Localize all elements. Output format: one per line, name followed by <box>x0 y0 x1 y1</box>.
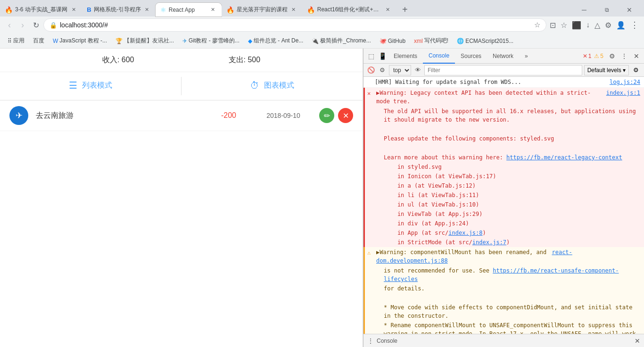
chart-mode-icon: ⏱ <box>250 80 259 91</box>
view-tabs: ☰ 列表模式 ⏱ 图表模式 <box>0 72 363 100</box>
bookmark-apps[interactable]: ⠿ 应用 <box>4 35 28 47</box>
bookmark-xiedaima-label: 写代码吧! <box>424 37 448 45</box>
filter-input[interactable] <box>424 65 582 75</box>
warn-link-lifecycles-1[interactable]: https://fb.me/react-unsafe-component-lif… <box>384 267 619 282</box>
bookmark-ecma-icon: 🌐 <box>457 38 464 44</box>
transaction-icon: ✈ <box>9 106 28 125</box>
default-levels-button[interactable]: Default levels ▾ <box>584 65 629 75</box>
tab-sources[interactable]: Sources <box>455 49 487 64</box>
tab-3-favicon: ⚛ <box>160 6 166 14</box>
bookmark-chrome[interactable]: 🔌 极简插件_Chrome... <box>308 35 374 47</box>
error-1-text: ▶Warning: Legacy context API has been de… <box>376 89 603 106</box>
warn-1-detail-3: * Move code with side effects to compone… <box>365 303 644 321</box>
devtools-dots-icon[interactable]: ⋮ <box>619 50 630 62</box>
bookmark-git[interactable]: ✈ Git教程 - 廖雪峰的... <box>179 35 243 47</box>
tab-5[interactable]: 🔥 React16组件化+测试+全流程 ✕ <box>302 3 396 17</box>
ext-icon-1[interactable]: ⬛ <box>570 21 583 30</box>
devtools-close-icon[interactable]: ✕ <box>631 50 642 62</box>
error-1-detail-2: Please update the following components: … <box>365 134 644 143</box>
minimize-button[interactable]: ─ <box>573 3 595 17</box>
hmr-ref[interactable]: log.js:24 <box>610 78 640 86</box>
ext-icon-2[interactable]: ↓ <box>585 21 591 29</box>
back-button[interactable]: ‹ <box>4 19 15 31</box>
tab-2[interactable]: B 网格系统-引导程序 ✕ <box>82 3 155 17</box>
bookmark-github-label: GitHub <box>388 38 405 44</box>
devtools-right-icons: ✕ 1 ⚠ 5 ⚙ ⋮ ✕ <box>583 50 642 62</box>
error-1-stack-1: in styled.svg <box>365 162 644 172</box>
baidu-label: 百度 <box>33 37 44 45</box>
tab-4[interactable]: 🔥 星光落开宇宙的课程 ✕ <box>222 3 302 17</box>
inspect-icon[interactable]: ⬚ <box>365 50 377 62</box>
settings-icon[interactable]: ⚙ <box>606 50 618 62</box>
tab-console[interactable]: Console <box>423 49 455 64</box>
expense-value: 500 <box>248 56 260 64</box>
income-value: 600 <box>122 56 134 64</box>
warn-1-spacer <box>365 293 644 303</box>
tab-2-title: 网格系统-引导程序 <box>94 6 141 14</box>
reload-button[interactable]: ↻ <box>30 19 41 31</box>
expense-label: 支出: <box>229 56 246 64</box>
devtools-menu-icon[interactable]: ⋮ <box>367 337 374 345</box>
star-icon[interactable]: ☆ <box>534 21 540 29</box>
warn-link-1[interactable]: react-dom.development.js:88 <box>376 249 572 264</box>
tab-3-active[interactable]: ⚛ React App ✕ <box>156 3 222 17</box>
transaction-amount: -200 <box>210 111 248 120</box>
tab-4-title: 星光落开宇宙的课程 <box>237 6 288 14</box>
bookmark-github[interactable]: 🐙 GitHub <box>376 36 409 46</box>
close-window-button[interactable]: ✕ <box>619 3 640 17</box>
bookmark-ecma-label: ECMAScript2015... <box>465 38 513 44</box>
bookmark-js[interactable]: W JavaScript 教程 -... <box>49 35 111 47</box>
error-1-spacer <box>365 124 644 134</box>
forward-button[interactable]: › <box>17 19 28 31</box>
address-text[interactable]: localhost:3000/# <box>60 21 531 29</box>
error-1-stack-7: in div (at App.js:24) <box>365 219 644 228</box>
maximize-button[interactable]: ⧉ <box>596 3 618 17</box>
error-link-1[interactable]: https://fb.me/react-legacy-context <box>506 154 622 161</box>
console-settings-icon[interactable]: ⚙ <box>378 66 387 75</box>
income-display: 收入: 600 <box>102 55 134 65</box>
profile-icon[interactable]: 👤 <box>615 21 627 30</box>
edit-button[interactable]: ✏ <box>319 108 334 123</box>
bookmark-icon[interactable]: ☆ <box>559 21 569 30</box>
error-1-ref[interactable]: index.js:1 <box>606 89 640 97</box>
index-link-1[interactable]: index.js:8 <box>448 230 482 236</box>
index-link-2[interactable]: index.js:7 <box>472 239 506 246</box>
context-selector[interactable]: top <box>389 65 411 75</box>
bookmark-ecma[interactable]: 🌐 ECMAScript2015... <box>453 36 517 46</box>
tab-1-close[interactable]: ✕ <box>70 6 77 14</box>
apps-label: 应用 <box>13 37 25 45</box>
tab-list-mode[interactable]: ☰ 列表模式 <box>0 72 181 100</box>
clear-console-icon[interactable]: 🚫 <box>366 66 376 75</box>
screenshot-icon[interactable]: ⊡ <box>548 21 557 30</box>
new-tab-button[interactable]: + <box>398 3 412 16</box>
bookmark-baidu[interactable]: 百度 <box>29 35 48 47</box>
bottom-console-label: Console <box>377 338 397 344</box>
tab-elements[interactable]: Elements <box>388 49 423 64</box>
ext-icon-4[interactable]: ⚙ <box>603 21 613 30</box>
address-bar[interactable]: 🔒 localhost:3000/# ☆ <box>43 18 546 32</box>
tab-2-close[interactable]: ✕ <box>143 6 151 14</box>
tab-4-close[interactable]: ✕ <box>290 6 297 14</box>
delete-button[interactable]: ✕ <box>338 108 353 123</box>
dt-settings-icon[interactable]: ⚙ <box>631 65 641 75</box>
income-expense-bar: 收入: 600 支出: 500 <box>0 49 363 72</box>
device-icon[interactable]: 📱 <box>377 50 388 62</box>
bookmark-youxun[interactable]: 🏆 【新提醒】友讯社... <box>112 35 178 47</box>
menu-icon[interactable]: ⋮ <box>629 20 640 30</box>
tab-5-close[interactable]: ✕ <box>384 6 392 14</box>
tab-chart-mode[interactable]: ⏱ 图表模式 <box>182 72 363 100</box>
bookmark-xiedaima[interactable]: xml 写代码吧! <box>410 35 452 47</box>
error-1-stack-5: in ul (at ViewTab.js:10) <box>365 200 644 209</box>
tab-3-close[interactable]: ✕ <box>209 6 217 14</box>
hmr-text: [HMR] Waiting for update signal from WDS… <box>375 78 521 86</box>
bookmark-antd[interactable]: ◆ 组件总览 - Ant De... <box>244 35 307 47</box>
ext-icon-3[interactable]: △ <box>593 21 602 30</box>
tab-1[interactable]: 🔥 3-6 动手实战_慕课网 ✕ <box>0 3 82 17</box>
devtools-toolbar: 🚫 ⚙ top 👁 Default levels ▾ ⚙ <box>363 64 644 77</box>
tab-more[interactable]: » <box>519 49 534 64</box>
tab-network[interactable]: Network <box>487 49 519 64</box>
bottom-close-icon[interactable]: ✕ <box>635 337 640 345</box>
error-1-stack-3: in a (at ViewTab.js:12) <box>365 181 644 190</box>
list-mode-icon: ☰ <box>69 80 77 91</box>
eye-icon[interactable]: 👁 <box>413 66 422 75</box>
